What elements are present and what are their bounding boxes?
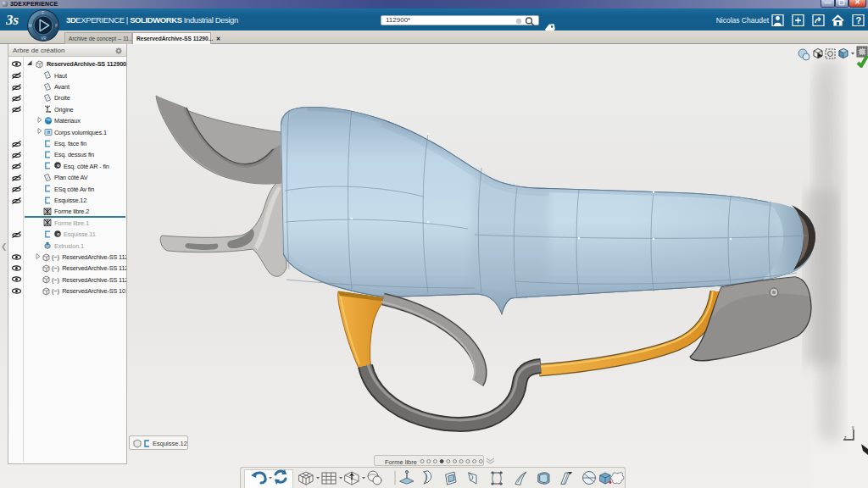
svg-text:F: F (55, 24, 58, 28)
svg-text:M: M (28, 24, 31, 28)
svg-text:F: F (42, 11, 44, 15)
svg-text:❮: ❮ (1, 242, 8, 252)
svg-text:?: ? (856, 15, 862, 25)
svg-text:3s: 3s (6, 12, 19, 28)
svg-text:Esquisse.12: Esquisse.12 (153, 440, 187, 447)
svg-text:VR: VR (41, 36, 47, 41)
